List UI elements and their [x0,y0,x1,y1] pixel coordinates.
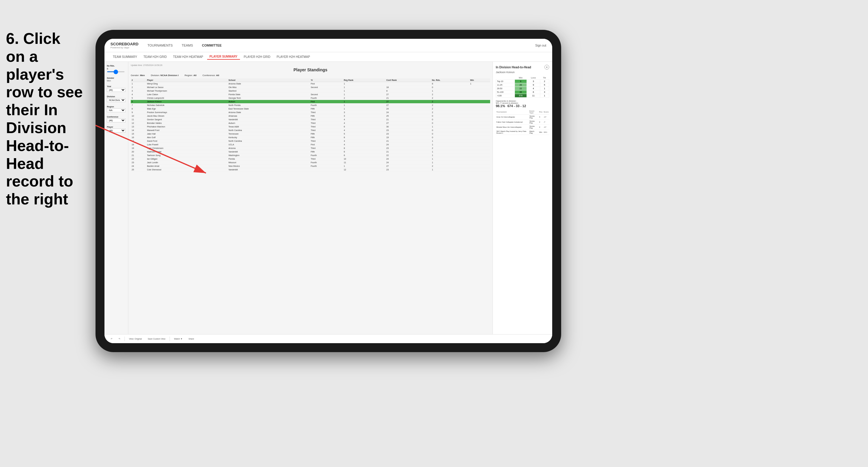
table-row[interactable]: 9 Preston Summerhays Arizona State Third… [131,111,490,114]
table-row[interactable]: 16 Alex Guff Kentucky Fifth 8 19 0 [131,136,490,139]
table-row[interactable]: 2 Michael La Sasso Ole Miss Second 1 18 … [131,86,490,89]
cell-reg: 8 [343,147,385,150]
cell-yr: Fifth [310,132,343,136]
region-select[interactable]: N/A [107,108,126,112]
tab-player-h2h-heatmap[interactable]: PLAYER H2H HEATMAP [274,54,312,59]
instruction-line3: their In Division [6,101,66,136]
nav-tournaments[interactable]: TOURNAMENTS [148,42,173,48]
tab-team-h2h-heatmap[interactable]: TEAM H2H HEATMAP [171,54,206,59]
nav-committee[interactable]: COMMITTEE [202,42,222,48]
cell-num: 14 [131,129,146,132]
t-col-type: Event Type [529,110,539,115]
cell-conf: 23 [385,147,431,150]
h2h-close-button[interactable]: × [545,65,549,69]
cell-num: 13 [131,125,146,129]
logo-text: SCOREBOARD [111,42,138,46]
table-row[interactable]: 14 Maxwell Ford North Carolina Third 4 2… [131,129,490,132]
cell-conf: 23 [385,168,431,172]
cell-conf: 23 [385,129,431,132]
division-select[interactable]: NCAA Division I [107,98,126,102]
cell-rds: 0 [431,132,469,136]
view-original-btn[interactable]: View: Original [127,337,144,340]
table-row[interactable]: 19 Tiger Christensen Arizona Third 8 23 … [131,147,490,150]
t-score: -17 [543,115,549,120]
cell-yr: Fifth [310,150,343,154]
table-row[interactable]: 18 Luke Powell UCLA First 4 24 1 [131,143,490,147]
h2h-tie: 5 [540,83,549,87]
cell-school: Kentucky [227,136,310,139]
cell-yr: Fifth [310,114,343,118]
table-row[interactable]: 4 Luke Claton Florida State Second 1 27 … [131,93,490,96]
cell-win [469,129,490,132]
h2h-range-label: Top 10 [496,80,515,83]
nav-teams[interactable]: TEAMS [182,42,193,48]
watch-btn[interactable]: Watch ▼ [172,337,184,340]
cell-yr: Fifth [310,136,343,139]
cell-win [469,147,490,150]
table-row[interactable]: 10 Jacob Mau Olesen Arkansas Fifth 3 25 … [131,114,490,118]
table-row[interactable]: 25 Cole Sherwood Vanderbilt 12 23 1 [131,168,490,172]
cell-rds: 2 [431,107,469,111]
cell-conf: 19 [385,136,431,139]
h2h-col-tie: Tie [540,76,549,80]
table-row[interactable]: 7 Nicholas Gabrelcik North Florida Fourt… [131,103,490,107]
conference-select[interactable]: (All) [107,119,126,122]
t-pos: 2 [538,125,543,130]
cell-reg: 3 [343,114,385,118]
table-row[interactable]: 22 Ian Gilligan Florida Third 10 24 1 [131,157,490,161]
cell-win [469,86,490,89]
share-btn[interactable]: Share [187,337,196,340]
t-score: -7 [543,120,549,125]
cell-player: Jack Lundin [146,161,227,164]
cell-num: 2 [131,86,146,89]
no-rds-section: No Rds. 6 [107,65,126,73]
table-row[interactable]: 5 Christo Lamprecht Georgia Tech Fourth … [131,96,490,100]
t-name: Fallon Oak Collegiate Invitational [496,120,529,125]
table-row[interactable]: 20 Matthew Riedel Vanderbilt Fifth 6 21 … [131,150,490,154]
h2h-win: 8 [515,80,527,83]
nav-items: TOURNAMENTS TEAMS COMMITTEE [148,42,535,48]
undo-btn[interactable]: ↶ [109,337,114,341]
table-row[interactable]: 13 Phichaksn Maichon Texas A&M Third 6 3… [131,125,490,129]
save-custom-btn[interactable]: Save Custom View [146,337,167,340]
tab-player-summary[interactable]: PLAYER SUMMARY [207,54,240,60]
cell-win [469,164,490,168]
cell-reg: 2 [343,96,385,100]
cell-num: 9 [131,111,146,114]
year-label: Year [107,85,126,87]
table-row[interactable]: 11 Gordon Sargent Vanderbilt Third 4 21 … [131,118,490,121]
cell-yr: Fourth [310,103,343,107]
tab-player-h2h-grid[interactable]: PLAYER H2H GRID [242,54,273,59]
table-row[interactable]: 1 Wenyi Ding Arizona State First 1 8 1 [131,82,490,86]
h2h-win: 578 [515,94,527,98]
h2h-stats: Opponents in division: W-L-T record in-d… [496,100,549,108]
no-rds-slider[interactable] [107,71,125,72]
redo-btn[interactable]: ↷ [117,337,122,341]
table-row[interactable]: 6 Jackson Koivun Auburn First 1 27 2 [131,100,490,103]
cell-win [469,143,490,147]
cell-conf: 27 [385,121,431,125]
table-row[interactable]: 15 Jake Hall Tennessee Fifth 5 23 0 [131,132,490,136]
tab-team-h2h-grid[interactable]: TEAM H2H GRID [141,54,169,59]
cell-reg: 11 [343,161,385,164]
table-row[interactable]: 12 Brendan Valdes Auburn Third 4 27 0 [131,121,490,125]
h2h-tie: 1 [540,94,549,98]
table-row[interactable]: 23 Jack Lundin Missouri Fourth 11 24 1 [131,161,490,164]
year-select[interactable]: (All) [107,88,126,92]
table-row[interactable]: 21 Taehoon Song Washington Fourth 6 22 1 [131,154,490,157]
player-select[interactable]: (All) [107,129,126,132]
tab-team-summary[interactable]: TEAM SUMMARY [111,54,140,59]
sign-out-button[interactable]: Sign out [535,44,546,47]
cell-yr: Second [310,86,343,89]
col-win: Win [469,79,490,82]
table-row[interactable]: 8 Mats Ege East Tennessee State Fifth 1 … [131,107,490,111]
cell-win [469,100,490,103]
cell-conf: 18 [385,86,431,89]
cell-player: Ian Gilligan [146,157,227,161]
table-row[interactable]: 3 Michael Thorbjornsen Stanford 1 8 1 [131,89,490,93]
cell-school: North Florida [227,103,310,107]
table-row[interactable]: 24 Bastien Amat New Mexico Fourth 1 27 2 [131,164,490,168]
cell-num: 15 [131,132,146,136]
cell-rds: 2 [431,103,469,107]
table-row[interactable]: 17 David Ford North Carolina Third 4 21 … [131,139,490,143]
